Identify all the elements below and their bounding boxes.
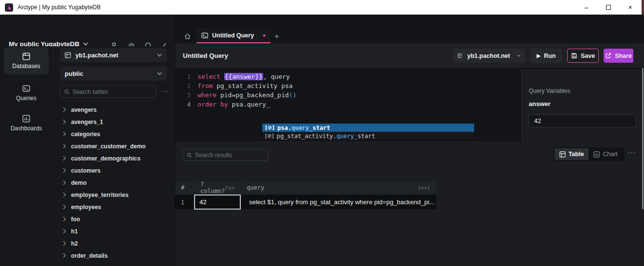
home-icon — [184, 33, 191, 40]
column-header-2[interactable]: querytext — [241, 181, 436, 194]
table-list-item[interactable]: employee_territories — [53, 189, 175, 201]
line-number-active: 4 — [175, 100, 191, 109]
chevron-right-icon — [63, 229, 66, 234]
schema-select[interactable]: public — [60, 67, 167, 81]
column-type: text — [418, 185, 431, 191]
search-icon — [187, 152, 192, 158]
table-list: avengers avengers_1 categories customer_… — [53, 104, 175, 266]
column-type: tex — [225, 185, 235, 191]
chevron-right-icon — [63, 156, 66, 161]
window-title: Arctype | My public YugabyteDB — [18, 4, 101, 11]
window-titlebar: Arctype | My public YugabyteDB – × — [0, 0, 644, 15]
variables-panel-title: Query Variables — [529, 88, 570, 94]
query-connection-name: yb1.pachot.net — [467, 53, 510, 59]
query-connection-select[interactable]: yb1.pachot.net — [453, 49, 525, 63]
row-index-cell[interactable]: 1 — [175, 195, 194, 209]
workspace-header: My public YugabyteDB ⚙ — [0, 15, 175, 46]
chevron-right-icon — [63, 241, 66, 246]
table-icon — [458, 53, 462, 59]
arctype-logo-icon — [5, 3, 13, 12]
table-list-item[interactable]: customer_customer_demo — [53, 140, 175, 152]
row-index-header: # — [175, 181, 194, 194]
table-search-input[interactable] — [60, 86, 156, 98]
main-area: Untitled Query ● + Untitled Query yb1.pa… — [175, 15, 644, 266]
table-list-item[interactable]: employees — [53, 201, 175, 213]
schema-name: public — [65, 70, 83, 77]
play-icon: ▶ — [537, 53, 540, 58]
chevron-right-icon — [63, 107, 66, 112]
new-tab-button[interactable]: + — [270, 31, 283, 42]
line-number: 2 — [175, 82, 191, 91]
table-list-item[interactable]: customer_demographics — [53, 152, 175, 164]
chevron-right-icon — [63, 119, 66, 124]
tab-untitled-query[interactable]: Untitled Query ● — [197, 28, 270, 43]
nav-label-dashboards: Dashboards — [11, 125, 42, 132]
query-variable-token: {{answer}} — [224, 73, 263, 80]
line-number: 3 — [175, 91, 191, 100]
autocomplete-item[interactable]: [⊘]pg_stat_activity.query_start — [262, 132, 474, 140]
chevron-down-icon — [83, 42, 88, 46]
table-list-item[interactable]: order_details — [53, 249, 175, 262]
nav-item-dashboards[interactable]: Dashboards — [4, 109, 49, 137]
chevron-down-icon — [157, 72, 162, 75]
connection-name: yb1.pachot.net — [75, 52, 118, 59]
query-terminal-icon — [201, 32, 208, 39]
table-list-item[interactable]: avengers_1 — [53, 116, 175, 128]
table-search-field[interactable] — [72, 89, 152, 95]
table-list-item[interactable]: h1 — [53, 225, 175, 237]
table-list-item[interactable]: categories — [53, 128, 175, 140]
chevron-right-icon — [63, 131, 66, 137]
queries-terminal-icon — [22, 85, 30, 92]
chevron-down-icon — [517, 54, 520, 57]
autocomplete-popup: [⊘]psa.query_start [⊘]pg_stat_activity.q… — [262, 123, 475, 141]
autocomplete-item-selected[interactable]: [⊘]psa.query_start — [262, 124, 474, 132]
table-list-item[interactable]: customers — [53, 164, 175, 177]
selected-cell[interactable]: 42 — [194, 195, 241, 210]
table-list-item[interactable]: demo — [53, 177, 175, 189]
results-search-input[interactable] — [182, 149, 268, 161]
table-list-item[interactable]: avengers — [53, 104, 175, 116]
chart-view-icon — [593, 151, 600, 158]
table-view-button[interactable]: Table — [555, 148, 589, 160]
home-tab-button[interactable] — [180, 29, 194, 43]
save-button[interactable]: Save — [567, 49, 599, 63]
unsaved-dot-icon: ● — [263, 33, 266, 38]
results-menu-button[interactable]: ··· — [627, 148, 636, 156]
chart-view-button[interactable]: Chart — [589, 148, 623, 160]
table-list-item[interactable]: foo — [53, 213, 175, 225]
nav-item-queries[interactable]: Queries — [4, 79, 49, 106]
tab-label: Untitled Query — [212, 32, 254, 39]
chevron-right-icon — [63, 168, 66, 173]
variable-value-input[interactable] — [529, 114, 636, 127]
maximize-icon — [606, 5, 611, 10]
tables-sidebar: yb1.pachot.net public ··· avengers aveng… — [53, 46, 175, 266]
query-title: Untitled Query — [183, 52, 228, 59]
query-cell[interactable]: select $1, query from pg_stat_activity w… — [241, 195, 436, 209]
databases-icon — [22, 53, 30, 60]
column-field-icon: [⊘] — [265, 124, 274, 131]
table-list-menu-button[interactable]: ··· — [161, 87, 169, 95]
query-header: Untitled Query yb1.pachot.net ▶ Run Save… — [175, 43, 644, 69]
chevron-right-icon — [63, 192, 66, 197]
nav-rail: Databases Queries Dashboards — [0, 46, 53, 266]
nav-item-databases[interactable]: Databases — [4, 47, 49, 74]
close-button[interactable]: × — [619, 0, 641, 15]
table-icon — [65, 52, 71, 58]
view-toggle: Table Chart — [554, 147, 625, 161]
chevron-right-icon — [63, 143, 66, 149]
results-panel: Table Chart ··· # ?column?tex querytext … — [175, 141, 644, 266]
column-header-1[interactable]: ?column?tex — [195, 181, 240, 194]
dashboards-icon — [22, 115, 30, 123]
share-button[interactable]: Share — [604, 49, 633, 63]
save-icon — [571, 53, 577, 59]
chevron-right-icon — [63, 216, 66, 222]
chevron-right-icon — [63, 253, 66, 258]
connection-select[interactable]: yb1.pachot.net — [60, 48, 167, 62]
results-search-field[interactable] — [195, 152, 264, 159]
run-button[interactable]: ▶ Run — [531, 49, 562, 63]
table-list-item[interactable]: h2 — [53, 237, 175, 249]
vertical-scrollbar[interactable] — [642, 68, 644, 209]
minimize-button[interactable]: – — [575, 0, 597, 15]
line-number: 1 — [175, 72, 191, 82]
maximize-button[interactable] — [597, 0, 619, 15]
